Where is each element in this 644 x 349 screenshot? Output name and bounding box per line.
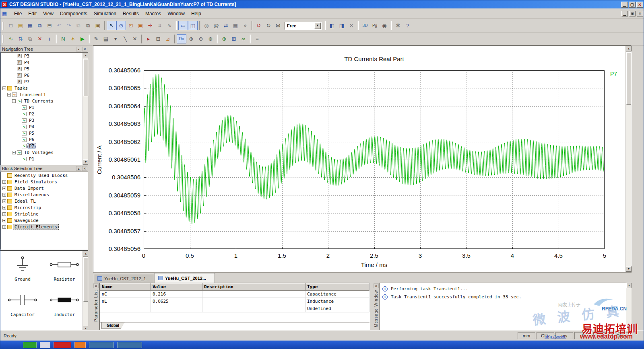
bottom-splitter[interactable] <box>370 283 373 330</box>
scroll-up-icon[interactable]: ▲ <box>83 251 89 257</box>
toolbar-grip[interactable] <box>2 35 4 43</box>
table-cell[interactable] <box>202 298 305 305</box>
collapse-icon[interactable]: − <box>2 86 6 90</box>
tree-item-p3[interactable]: ∿P3 <box>1 117 88 123</box>
paste-icon[interactable]: ▣ <box>93 21 103 30</box>
rotate-right-icon[interactable]: ↻ <box>264 21 273 30</box>
collapse-icon[interactable]: − <box>7 93 11 96</box>
legend-series-p7[interactable]: P7 <box>610 71 617 77</box>
table-cell[interactable] <box>202 291 305 298</box>
print-schematic-icon[interactable]: ⊟ <box>153 34 163 43</box>
minimize-button[interactable]: ▁ <box>621 2 628 8</box>
frame-icon[interactable]: ▭ <box>178 21 188 30</box>
scroll-up-icon[interactable]: ▲ <box>626 46 632 51</box>
copy-results-icon[interactable]: ⧉ <box>25 34 35 43</box>
menu-components[interactable]: Components <box>57 10 91 18</box>
scrollbar-thumb[interactable] <box>626 52 631 105</box>
macro-run-icon[interactable]: ⊕ <box>186 34 196 43</box>
shape-icon[interactable]: ⋄ <box>240 21 250 30</box>
align-icon[interactable]: ⌗ <box>155 21 165 30</box>
mdi-close-button[interactable]: ✕ <box>637 11 643 16</box>
exchange-icon[interactable]: ⇄ <box>221 21 231 30</box>
drop-down-icon[interactable]: ▾ <box>111 34 120 43</box>
table-cell[interactable] <box>151 305 202 312</box>
taskbar-button[interactable] <box>74 342 86 348</box>
table-cell[interactable]: nC <box>100 291 151 298</box>
frame-grid-icon[interactable]: ◫ <box>188 21 198 30</box>
properties-icon[interactable]: ▤ <box>101 34 111 43</box>
result-info-icon[interactable]: i <box>45 34 54 43</box>
close-button[interactable]: ✕ <box>636 2 643 8</box>
tree-item-td-currents[interactable]: −∿TD Currents <box>1 98 88 104</box>
view-3d-icon[interactable]: 3D <box>360 21 370 30</box>
capture-icon[interactable]: ◉ <box>380 21 389 30</box>
column-header-description[interactable]: Description <box>202 283 305 291</box>
expand-icon[interactable]: + <box>2 187 6 190</box>
collapse-panel-icon[interactable]: ▴ <box>76 47 81 51</box>
maximize-button[interactable]: ▢ <box>629 2 636 8</box>
close-panel-icon[interactable]: ✕ <box>82 166 87 171</box>
tree-item-p2[interactable]: ∿P2 <box>1 111 88 117</box>
taskbar-button[interactable] <box>23 342 37 348</box>
move-icon[interactable]: ✛ <box>145 21 155 30</box>
new-icon[interactable]: □ <box>6 21 16 30</box>
help-icon[interactable]: ? <box>403 21 413 30</box>
chart-scrollbar[interactable]: ▲ ▼ <box>625 46 631 272</box>
tree-item-td-voltages[interactable]: −∿TD Voltages <box>1 149 88 156</box>
mdi-minimize-button[interactable]: ▁ <box>621 11 628 16</box>
tree-item-miscellaneous[interactable]: +Miscellaneous <box>1 191 88 198</box>
mdi-restore-button[interactable]: ▣ <box>629 11 636 16</box>
probe-tool-icon[interactable]: ◎ <box>202 21 211 30</box>
document-tab[interactable]: YueHu_CST_2012_1... <box>94 274 154 283</box>
purge-results-icon[interactable]: ✕ <box>35 34 45 43</box>
toolbar-grip[interactable] <box>2 22 4 30</box>
palette-scrollbar[interactable]: ▲ ▼ <box>83 251 88 331</box>
menu-results[interactable]: Results <box>120 10 142 18</box>
scroll-up-icon[interactable]: ▲ <box>83 53 89 58</box>
select-pointer-icon[interactable]: ↖ <box>107 21 116 30</box>
tree-item-p4[interactable]: ∿P4 <box>1 123 88 130</box>
table-cell[interactable] <box>202 305 305 312</box>
tab-global[interactable]: Global <box>101 322 124 329</box>
chevron-down-icon[interactable]: ▼ <box>314 23 321 29</box>
table-cell[interactable]: 0.216 <box>151 291 202 298</box>
assembly-icon[interactable]: @ <box>211 21 221 30</box>
tree-item-p4[interactable]: PP4 <box>1 59 88 66</box>
menu-view[interactable]: View <box>40 10 57 18</box>
print-icon[interactable]: ⊟ <box>45 21 54 30</box>
copy-icon[interactable]: ⧉ <box>83 21 93 30</box>
new-component-icon[interactable]: N <box>58 34 68 43</box>
expand-icon[interactable]: + <box>2 219 6 222</box>
library-icon[interactable]: ✶ <box>68 34 78 43</box>
menu-edit[interactable]: Edit <box>25 10 40 18</box>
table-cell[interactable] <box>100 305 151 312</box>
vertical-splitter[interactable] <box>88 45 93 330</box>
export-signal-icon[interactable]: ⇅ <box>16 34 25 43</box>
post-processing-icon[interactable]: ⊕ <box>219 34 229 43</box>
expand-icon[interactable]: + <box>2 180 6 184</box>
split-vertical-icon[interactable]: ◧ <box>327 21 337 30</box>
open-icon[interactable]: ▤ <box>16 21 25 30</box>
collapse-panel-icon[interactable]: ▴ <box>76 166 81 171</box>
table-cell[interactable]: Inductance <box>305 298 369 305</box>
expand-icon[interactable]: + <box>2 212 6 216</box>
tree-item-field-simulators[interactable]: +Field Simulators <box>1 179 88 185</box>
save-icon[interactable]: ▦ <box>25 21 35 30</box>
column-header-name[interactable]: Name <box>100 283 151 291</box>
expand-icon[interactable]: + <box>2 206 6 209</box>
rotate-left-icon[interactable]: ↺ <box>254 21 264 30</box>
tree-item-p5[interactable]: PP5 <box>1 66 88 72</box>
table-cell[interactable]: Undefined <box>305 305 369 312</box>
tree-item-recently-used-blocks[interactable]: Recently Used Blocks <box>1 172 88 179</box>
draw-line-icon[interactable]: ╲ <box>120 34 130 43</box>
close-panel-icon[interactable]: ✕ <box>93 283 99 288</box>
expand-icon[interactable]: + <box>2 199 6 203</box>
probe-add-icon[interactable]: ⊿ <box>163 34 173 43</box>
template-based-icon[interactable]: ⊞ <box>229 34 239 43</box>
taskbar-button[interactable] <box>89 342 114 348</box>
palette-item-ground[interactable]: Ground <box>4 256 41 290</box>
network-extract-icon[interactable]: ∞ <box>239 34 248 43</box>
palette-item-inductor[interactable]: Inductor <box>45 291 83 326</box>
expand-icon[interactable]: + <box>2 193 6 197</box>
tree-item-p1[interactable]: ∿P1 <box>1 104 88 111</box>
